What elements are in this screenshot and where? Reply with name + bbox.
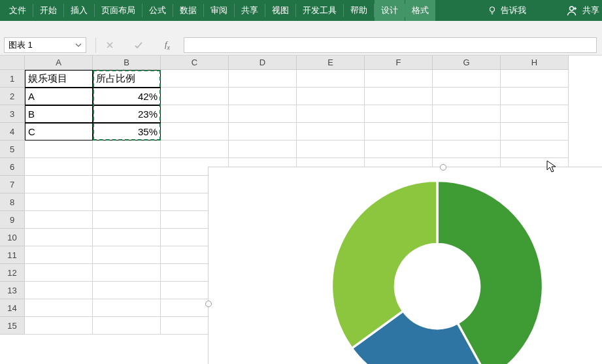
chevron-down-icon[interactable] [75, 42, 82, 48]
cell-A10[interactable] [25, 229, 93, 246]
cell-D2[interactable] [229, 88, 297, 105]
cell-B12[interactable] [93, 264, 161, 282]
cell-G1[interactable] [433, 70, 501, 88]
cells-area[interactable]: 娱乐项目所占比例A42%B23%C35%ABC [25, 70, 602, 364]
cancel-icon[interactable] [105, 41, 114, 50]
col-header-F[interactable]: F [365, 56, 433, 70]
cell-B1[interactable]: 所占比例 [93, 70, 161, 88]
cell-A15[interactable] [25, 317, 93, 335]
ribbon-tab-12[interactable]: 格式 [405, 0, 435, 21]
col-header-E[interactable]: E [297, 56, 365, 70]
cell-B4[interactable]: 35% [93, 123, 161, 141]
cell-B15[interactable] [93, 317, 161, 335]
cell-D1[interactable] [229, 70, 297, 88]
col-header-B[interactable]: B [93, 56, 161, 70]
cell-H5[interactable] [501, 141, 569, 158]
cell-B5[interactable] [93, 141, 161, 158]
cell-B9[interactable] [93, 211, 161, 229]
cell-E3[interactable] [297, 105, 365, 123]
row-header-12[interactable]: 12 [0, 264, 25, 282]
cell-B10[interactable] [93, 229, 161, 246]
cell-A13[interactable] [25, 282, 93, 299]
ribbon-tab-7[interactable]: 共享 [235, 0, 265, 21]
cell-A12[interactable] [25, 264, 93, 282]
cell-B3[interactable]: 23% [93, 105, 161, 123]
cell-A11[interactable] [25, 246, 93, 264]
cell-B7[interactable] [93, 176, 161, 193]
row-header-5[interactable]: 5 [0, 141, 25, 158]
ribbon-tab-9[interactable]: 开发工具 [296, 0, 343, 21]
row-header-9[interactable]: 9 [0, 211, 25, 229]
col-header-G[interactable]: G [433, 56, 501, 70]
row-header-7[interactable]: 7 [0, 176, 25, 193]
ribbon-tab-1[interactable]: 开始 [33, 0, 63, 21]
cell-C5[interactable] [161, 141, 229, 158]
tell-me-label[interactable]: 告诉我 [501, 5, 526, 16]
ribbon-tab-11[interactable]: 设计 [375, 0, 405, 21]
row-header-2[interactable]: 2 [0, 88, 25, 105]
cell-A5[interactable] [25, 141, 93, 158]
cell-A1[interactable]: 娱乐项目 [25, 70, 93, 88]
cell-H3[interactable] [501, 105, 569, 123]
cell-F3[interactable] [365, 105, 433, 123]
cell-F5[interactable] [365, 141, 433, 158]
cell-B6[interactable] [93, 158, 161, 176]
cell-A6[interactable] [25, 158, 93, 176]
cell-A7[interactable] [25, 176, 93, 193]
cell-B13[interactable] [93, 282, 161, 299]
cell-F2[interactable] [365, 88, 433, 105]
cell-E5[interactable] [297, 141, 365, 158]
cell-A8[interactable] [25, 193, 93, 211]
row-header-14[interactable]: 14 [0, 299, 25, 317]
ribbon-tab-8[interactable]: 视图 [265, 0, 295, 21]
cell-D5[interactable] [229, 141, 297, 158]
cell-H1[interactable] [501, 70, 569, 88]
enter-icon[interactable] [134, 41, 143, 50]
select-all-corner[interactable] [0, 56, 25, 70]
row-header-10[interactable]: 10 [0, 229, 25, 246]
ribbon-tab-6[interactable]: 审阅 [204, 0, 234, 21]
row-header-8[interactable]: 8 [0, 193, 25, 211]
col-header-D[interactable]: D [229, 56, 297, 70]
cell-D4[interactable] [229, 123, 297, 141]
ribbon-tab-0[interactable]: 文件 [3, 0, 33, 21]
cell-E4[interactable] [297, 123, 365, 141]
col-header-C[interactable]: C [161, 56, 229, 70]
ribbon-tab-2[interactable]: 插入 [64, 0, 94, 21]
row-header-6[interactable]: 6 [0, 158, 25, 176]
cell-C1[interactable] [161, 70, 229, 88]
row-header-4[interactable]: 4 [0, 123, 25, 141]
cell-E2[interactable] [297, 88, 365, 105]
ribbon-tab-5[interactable]: 数据 [173, 0, 203, 21]
cell-E1[interactable] [297, 70, 365, 88]
row-header-3[interactable]: 3 [0, 105, 25, 123]
formula-input[interactable] [184, 37, 597, 53]
ribbon-tab-10[interactable]: 帮助 [344, 0, 374, 21]
donut-slice-C[interactable] [332, 181, 438, 348]
cell-D3[interactable] [229, 105, 297, 123]
cell-A14[interactable] [25, 299, 93, 317]
cell-A9[interactable] [25, 211, 93, 229]
chart-object[interactable]: ABC [208, 167, 602, 364]
row-header-13[interactable]: 13 [0, 282, 25, 299]
cell-H2[interactable] [501, 88, 569, 105]
cell-A3[interactable]: B [25, 105, 93, 123]
cell-G3[interactable] [433, 105, 501, 123]
cell-C4[interactable] [161, 123, 229, 141]
fx-icon[interactable]: fx [163, 41, 172, 50]
cell-F1[interactable] [365, 70, 433, 88]
cell-B14[interactable] [93, 299, 161, 317]
row-header-15[interactable]: 15 [0, 317, 25, 335]
cell-B8[interactable] [93, 193, 161, 211]
row-header-11[interactable]: 11 [0, 246, 25, 264]
col-header-H[interactable]: H [501, 56, 569, 70]
cell-C3[interactable] [161, 105, 229, 123]
row-header-1[interactable]: 1 [0, 70, 25, 88]
cell-A2[interactable]: A [25, 88, 93, 105]
cell-C2[interactable] [161, 88, 229, 105]
cell-G2[interactable] [433, 88, 501, 105]
cell-F4[interactable] [365, 123, 433, 141]
name-box[interactable]: 图表 1 [4, 37, 86, 53]
cell-G5[interactable] [433, 141, 501, 158]
cell-H4[interactable] [501, 123, 569, 141]
